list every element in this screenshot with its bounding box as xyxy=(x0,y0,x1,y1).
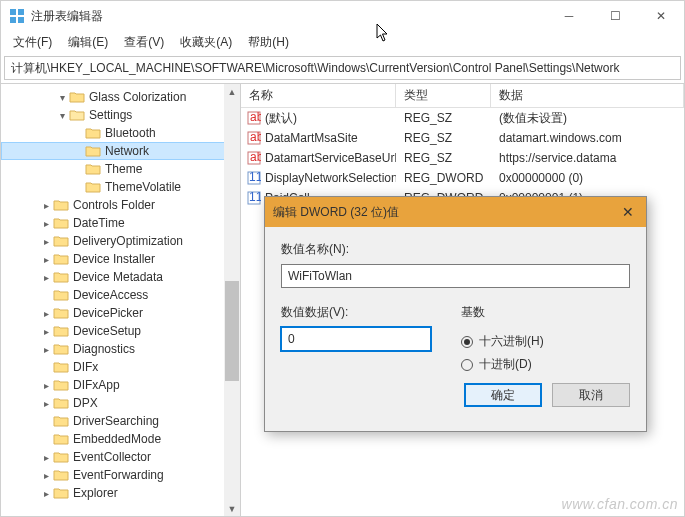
tree-label: DeviceAccess xyxy=(73,288,148,302)
expand-icon[interactable]: ▸ xyxy=(39,398,53,409)
titlebar: 注册表编辑器 ─ ☐ ✕ xyxy=(1,1,684,31)
menu-edit[interactable]: 编辑(E) xyxy=(62,32,114,53)
tree-label: DPX xyxy=(73,396,98,410)
expand-icon[interactable]: ▸ xyxy=(39,254,53,265)
cancel-button[interactable]: 取消 xyxy=(552,383,630,407)
dialog-titlebar[interactable]: 编辑 DWORD (32 位)值 ✕ xyxy=(265,197,646,227)
expand-icon[interactable]: ▸ xyxy=(39,326,53,337)
tree-item[interactable]: ▸Device Metadata xyxy=(1,268,240,286)
tree-item[interactable]: ▸EventForwarding xyxy=(1,466,240,484)
expand-icon[interactable]: ▸ xyxy=(39,470,53,481)
value-data: datamart.windows.com xyxy=(491,131,684,145)
radio-dec[interactable]: 十进制(D) xyxy=(461,356,544,373)
tree-item[interactable]: ▸EventCollector xyxy=(1,448,240,466)
tree-item[interactable]: ▸Explorer xyxy=(1,484,240,502)
window-title: 注册表编辑器 xyxy=(31,8,546,25)
menu-view[interactable]: 查看(V) xyxy=(118,32,170,53)
tree-pane[interactable]: ▾Glass Colorization▾SettingsBluetoothNet… xyxy=(1,84,241,517)
tree-label: Controls Folder xyxy=(73,198,155,212)
app-icon xyxy=(9,8,25,24)
value-row[interactable]: ab(默认)REG_SZ(数值未设置) xyxy=(241,108,684,128)
tree-item[interactable]: EmbeddedMode xyxy=(1,430,240,448)
tree-item[interactable]: ▸Device Installer xyxy=(1,250,240,268)
value-name: DatamartServiceBaseUrl xyxy=(265,151,396,165)
dialog-close-button[interactable]: ✕ xyxy=(618,204,638,220)
tree-item[interactable]: ▸DeviceSetup xyxy=(1,322,240,340)
expand-icon[interactable]: ▸ xyxy=(39,200,53,211)
tree-item[interactable]: ▸DeliveryOptimization xyxy=(1,232,240,250)
scroll-thumb[interactable] xyxy=(225,281,239,381)
tree-item[interactable]: ThemeVolatile xyxy=(1,178,240,196)
expand-icon[interactable]: ▾ xyxy=(55,92,69,103)
address-bar[interactable]: 计算机\HKEY_LOCAL_MACHINE\SOFTWARE\Microsof… xyxy=(4,56,681,80)
tree-item[interactable]: DriverSearching xyxy=(1,412,240,430)
tree-item[interactable]: Bluetooth xyxy=(1,124,240,142)
radio-dec-indicator xyxy=(461,359,473,371)
expand-icon[interactable]: ▸ xyxy=(39,272,53,283)
tree-item[interactable]: ▸DPX xyxy=(1,394,240,412)
tree-label: DateTime xyxy=(73,216,125,230)
tree-item[interactable]: DIFx xyxy=(1,358,240,376)
tree-item[interactable]: ▾Glass Colorization xyxy=(1,88,240,106)
value-data-input[interactable] xyxy=(281,327,431,351)
tree-item[interactable]: DeviceAccess xyxy=(1,286,240,304)
expand-icon[interactable]: ▸ xyxy=(39,218,53,229)
expand-icon[interactable]: ▾ xyxy=(55,110,69,121)
col-data[interactable]: 数据 xyxy=(491,84,684,108)
value-data: (数值未设置) xyxy=(491,110,684,127)
minimize-button[interactable]: ─ xyxy=(546,1,592,31)
ok-button[interactable]: 确定 xyxy=(464,383,542,407)
value-data: https://service.datama xyxy=(491,151,684,165)
value-name-input[interactable] xyxy=(281,264,630,288)
tree-label: DevicePicker xyxy=(73,306,143,320)
tree-label: Settings xyxy=(89,108,132,122)
watermark: www.cfan.com.cn xyxy=(562,496,678,512)
col-name[interactable]: 名称 xyxy=(241,84,396,108)
menu-file[interactable]: 文件(F) xyxy=(7,32,58,53)
scroll-up-icon[interactable]: ▲ xyxy=(224,84,240,100)
svg-text:ab: ab xyxy=(250,111,261,124)
dialog-title: 编辑 DWORD (32 位)值 xyxy=(273,204,618,221)
expand-icon[interactable]: ▸ xyxy=(39,308,53,319)
tree-item[interactable]: ▸Controls Folder xyxy=(1,196,240,214)
value-row[interactable]: abDataMartMsaSiteREG_SZdatamart.windows.… xyxy=(241,128,684,148)
tree-label: Explorer xyxy=(73,486,118,500)
menu-help[interactable]: 帮助(H) xyxy=(242,32,295,53)
expand-icon[interactable]: ▸ xyxy=(39,380,53,391)
value-row[interactable]: abDatamartServiceBaseUrlREG_SZhttps://se… xyxy=(241,148,684,168)
tree-item[interactable]: ▸DIFxApp xyxy=(1,376,240,394)
maximize-button[interactable]: ☐ xyxy=(592,1,638,31)
close-button[interactable]: ✕ xyxy=(638,1,684,31)
value-data: 0x00000000 (0) xyxy=(491,171,684,185)
value-type: REG_DWORD xyxy=(396,171,491,185)
expand-icon[interactable]: ▸ xyxy=(39,488,53,499)
radio-hex[interactable]: 十六进制(H) xyxy=(461,333,544,350)
tree-item[interactable]: Theme xyxy=(1,160,240,178)
tree-label: DeliveryOptimization xyxy=(73,234,183,248)
value-type: REG_SZ xyxy=(396,151,491,165)
tree-item[interactable]: Network xyxy=(1,142,240,160)
scroll-down-icon[interactable]: ▼ xyxy=(224,501,240,517)
menu-favorites[interactable]: 收藏夹(A) xyxy=(174,32,238,53)
value-type: REG_SZ xyxy=(396,131,491,145)
tree-label: Bluetooth xyxy=(105,126,156,140)
value-row[interactable]: 110DisplayNetworkSelectionREG_DWORD0x000… xyxy=(241,168,684,188)
tree-label: Device Metadata xyxy=(73,270,163,284)
tree-scrollbar[interactable]: ▲ ▼ xyxy=(224,84,240,517)
svg-rect-2 xyxy=(10,17,16,23)
tree-item[interactable]: ▸Diagnostics xyxy=(1,340,240,358)
tree-item[interactable]: ▸DateTime xyxy=(1,214,240,232)
tree-item[interactable]: ▸DevicePicker xyxy=(1,304,240,322)
expand-icon[interactable]: ▸ xyxy=(39,236,53,247)
tree-label: Glass Colorization xyxy=(89,90,186,104)
tree-item[interactable]: ▾Settings xyxy=(1,106,240,124)
tree-label: Device Installer xyxy=(73,252,155,266)
edit-dword-dialog: 编辑 DWORD (32 位)值 ✕ 数值名称(N): 数值数据(V): 基数 … xyxy=(264,196,647,432)
value-name: DataMartMsaSite xyxy=(265,131,358,145)
svg-rect-3 xyxy=(18,17,24,23)
expand-icon[interactable]: ▸ xyxy=(39,452,53,463)
tree-label: EmbeddedMode xyxy=(73,432,161,446)
col-type[interactable]: 类型 xyxy=(396,84,491,108)
expand-icon[interactable]: ▸ xyxy=(39,344,53,355)
list-header: 名称 类型 数据 xyxy=(241,84,684,108)
